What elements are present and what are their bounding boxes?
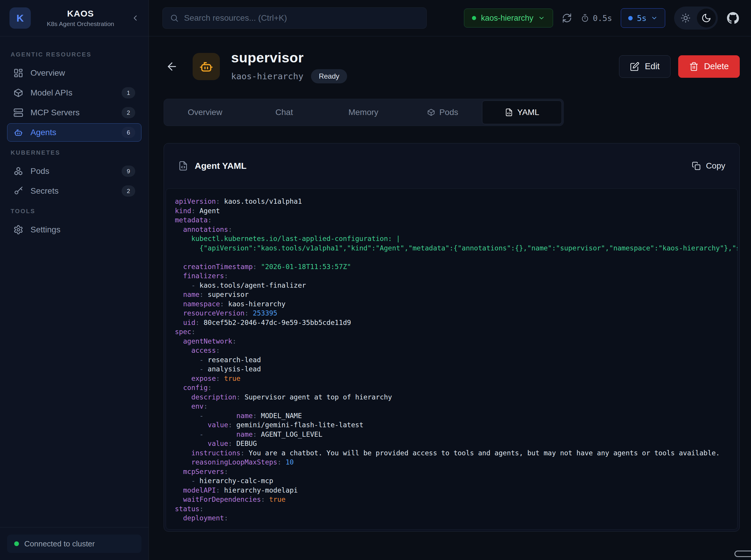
yaml-code: apiVersion: kaos.tools/v1alpha1kind: Age… bbox=[175, 197, 737, 523]
edit-button[interactable]: Edit bbox=[619, 55, 671, 78]
code-line: - name: MODEL_NAME bbox=[175, 411, 737, 421]
chevron-down-icon bbox=[651, 15, 658, 22]
tab-chat[interactable]: Chat bbox=[245, 101, 324, 124]
tabbar: OverviewChatMemoryPodsYAML bbox=[163, 99, 564, 126]
sidebar-section-label: TOOLS bbox=[11, 208, 138, 215]
count-badge: 9 bbox=[122, 165, 135, 177]
refresh-button[interactable] bbox=[562, 13, 572, 23]
sidebar-collapse-button[interactable] bbox=[130, 13, 140, 23]
tab-pods[interactable]: Pods bbox=[403, 101, 482, 124]
trash-icon bbox=[689, 62, 699, 71]
search-input[interactable] bbox=[184, 13, 419, 23]
code-line: spec: bbox=[175, 327, 737, 337]
code-line: apiVersion: kaos.tools/v1alpha1 bbox=[175, 197, 737, 206]
copy-button[interactable]: Copy bbox=[692, 161, 725, 171]
page-header: supervisor kaos-hierarchy Ready Edit Del… bbox=[163, 49, 740, 83]
search-box bbox=[162, 7, 427, 29]
sidebar-item-label: Secrets bbox=[31, 186, 115, 196]
sidebar-section-label: KUBERNETES bbox=[11, 149, 138, 156]
code-line: resourceVersion: 253395 bbox=[175, 309, 737, 318]
sidebar-section-label: AGENTIC RESOURCES bbox=[11, 51, 138, 58]
code-line bbox=[175, 253, 737, 262]
code-line: modelAPI: hierarchy-modelapi bbox=[175, 486, 737, 495]
latency-value: 0.5s bbox=[593, 14, 612, 23]
gear-icon bbox=[13, 225, 23, 235]
chevron-left-icon bbox=[131, 14, 140, 22]
namespace-selector[interactable]: kaos-hierarchy bbox=[464, 8, 553, 27]
github-link[interactable] bbox=[727, 12, 739, 24]
sidebar-item-model-apis[interactable]: Model APIs1 bbox=[7, 84, 141, 102]
chevron-down-icon bbox=[538, 15, 545, 22]
code-line: deployment: bbox=[175, 514, 737, 523]
edit-button-label: Edit bbox=[645, 61, 659, 71]
code-line: value: gemini/gemini-flash-lite-latest bbox=[175, 420, 737, 430]
cluster-status: Connected to cluster bbox=[7, 535, 141, 553]
package-cube-icon bbox=[13, 88, 23, 98]
refresh-interval-selector[interactable]: 5s bbox=[621, 8, 665, 28]
status-badge: Ready bbox=[311, 69, 347, 83]
app-window: K KAOS K8s Agent Orchestration AGENTIC R… bbox=[0, 0, 751, 560]
count-badge: 1 bbox=[122, 87, 135, 98]
dashboard-grid-icon bbox=[13, 68, 23, 78]
code-line: env: bbox=[175, 402, 737, 411]
count-badge: 2 bbox=[122, 185, 135, 197]
card-title: Agent YAML bbox=[195, 161, 247, 171]
dark-theme-button[interactable] bbox=[697, 8, 716, 27]
horizontal-scrollbar[interactable] bbox=[734, 551, 751, 557]
delete-button[interactable]: Delete bbox=[678, 55, 740, 78]
count-badge: 2 bbox=[122, 107, 135, 118]
code-line: finalizers: bbox=[175, 272, 737, 281]
tab-label: Overview bbox=[188, 107, 222, 117]
code-line: config: bbox=[175, 383, 737, 393]
sidebar-item-label: MCP Servers bbox=[31, 108, 115, 117]
sidebar-item-mcp-servers[interactable]: MCP Servers2 bbox=[7, 103, 141, 122]
copy-icon bbox=[692, 161, 701, 170]
code-line: metadata: bbox=[175, 216, 737, 225]
moon-icon bbox=[701, 13, 711, 23]
light-theme-button[interactable] bbox=[676, 8, 695, 27]
code-line: reasoningLoopMaxSteps: 10 bbox=[175, 458, 737, 467]
edit-pencil-icon bbox=[630, 62, 639, 71]
code-line: - research-lead bbox=[175, 355, 737, 365]
sidebar-item-agents[interactable]: Agents6 bbox=[7, 123, 141, 142]
file-code-icon bbox=[505, 108, 513, 117]
namespace-status-dot-icon bbox=[472, 16, 476, 20]
code-line: name: supervisor bbox=[175, 290, 737, 300]
refresh-icon bbox=[562, 13, 572, 23]
count-badge: 6 bbox=[122, 127, 135, 138]
latency-indicator: 0.5s bbox=[581, 14, 612, 23]
code-line: annotations: bbox=[175, 225, 737, 235]
sidebar-item-pods[interactable]: Pods9 bbox=[7, 162, 141, 180]
search-icon bbox=[170, 14, 179, 22]
code-line: status: bbox=[175, 504, 737, 514]
code-line: access: bbox=[175, 346, 737, 355]
tab-label: YAML bbox=[517, 107, 539, 117]
code-line: - analysis-lead bbox=[175, 364, 737, 374]
code-line: agentNetwork: bbox=[175, 337, 737, 346]
yaml-code-block[interactable]: apiVersion: kaos.tools/v1alpha1kind: Age… bbox=[166, 188, 738, 529]
back-button[interactable] bbox=[163, 58, 180, 75]
code-line: description: Supervisor agent at top of … bbox=[175, 393, 737, 402]
sidebar-item-label: Pods bbox=[31, 166, 115, 176]
code-line: kubectl.kubernetes.io/last-applied-confi… bbox=[175, 234, 737, 244]
copy-button-label: Copy bbox=[706, 161, 725, 171]
arrow-left-icon bbox=[166, 60, 178, 73]
pods-cubes-icon bbox=[13, 166, 23, 176]
sidebar-item-secrets[interactable]: Secrets2 bbox=[7, 182, 141, 200]
code-line: expose: true bbox=[175, 374, 737, 383]
sidebar-item-overview[interactable]: Overview bbox=[7, 64, 141, 82]
key-icon bbox=[13, 186, 23, 196]
code-line: - name: AGENT_LOG_LEVEL bbox=[175, 430, 737, 439]
code-line: creationTimestamp: "2026-01-18T11:53:57Z… bbox=[175, 262, 737, 272]
tab-yaml[interactable]: YAML bbox=[482, 101, 562, 124]
tab-overview[interactable]: Overview bbox=[166, 101, 245, 124]
namespace-selector-value: kaos-hierarchy bbox=[481, 14, 533, 23]
sidebar-item-label: Settings bbox=[31, 225, 135, 235]
delete-button-label: Delete bbox=[704, 61, 729, 71]
tab-memory[interactable]: Memory bbox=[324, 101, 403, 124]
app-logo: K bbox=[9, 7, 31, 29]
tab-label: Pods bbox=[439, 107, 458, 117]
stopwatch-icon bbox=[581, 14, 589, 22]
cluster-status-text: Connected to cluster bbox=[24, 539, 95, 548]
sidebar-item-settings[interactable]: Settings bbox=[7, 221, 141, 239]
